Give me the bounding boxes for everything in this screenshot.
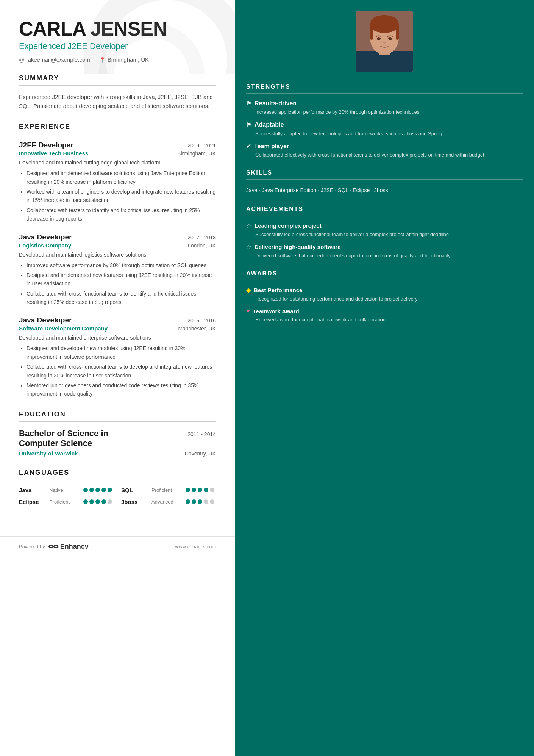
award-desc-2: Received award for exceptional teamwork … — [246, 316, 523, 324]
bullet-2-3: Collaborated with cross-functional teams… — [27, 290, 216, 307]
footer-website: www.enhancv.com — [175, 544, 216, 549]
dot — [198, 499, 202, 504]
job-location-2: London, UK — [188, 243, 216, 249]
strength-name-1: Results-driven — [255, 100, 297, 107]
job-company-3: Software Development Company — [19, 325, 108, 332]
best-performance-icon: ◆ — [246, 286, 251, 294]
achievement-item-2: ☆ Delivering high-quality software Deliv… — [246, 243, 523, 260]
job-bullets-2: Improved software performance by 30% thr… — [19, 261, 216, 307]
achievement-name-2: Delivering high-quality software — [255, 244, 341, 250]
dot — [108, 499, 112, 504]
brand-name: Enhancv — [60, 543, 89, 551]
bullet-3-3: Mentored junior developers and conducted… — [27, 381, 216, 398]
right-content: STRENGTHS ⚑ Results-driven Increased app… — [235, 80, 534, 349]
lang-item-sql: SQL Proficient — [121, 487, 216, 493]
achievement-name-1: Leading complex project — [255, 222, 322, 229]
awards-divider — [246, 280, 523, 280]
left-content: SUMMARY Experienced J2EE developer with … — [0, 74, 235, 536]
award-name-1: Best Performance — [254, 287, 302, 293]
bullet-3-1: Designed and developed new modules using… — [27, 344, 216, 361]
strength-item-3: ✔ Team player Collaborated effectively w… — [246, 142, 523, 159]
dot — [101, 499, 106, 504]
achievement-header-1: ☆ Leading complex project — [246, 222, 523, 229]
award-header-2: ♥ Teamwork Award — [246, 308, 523, 315]
languages-grid: Java Native SQL — [19, 487, 216, 505]
lang-level-eclipse: Proficient — [49, 499, 80, 505]
svg-point-7 — [371, 15, 398, 29]
dot — [204, 499, 208, 504]
dot — [95, 488, 100, 492]
dot — [83, 488, 88, 492]
candidate-name: CARLA JENSEN — [19, 18, 216, 40]
job-dates-3: 2015 - 2016 — [187, 318, 216, 324]
lang-level-java: Native — [49, 487, 80, 493]
achievement-desc-2: Delivered software that exceeded client'… — [246, 252, 523, 260]
strength-item-2: ⚑ Adaptable Successfully adapted to new … — [246, 121, 523, 138]
dot — [186, 499, 190, 504]
award-item-1: ◆ Best Performance Recognized for outsta… — [246, 286, 523, 303]
education-divider — [19, 421, 216, 422]
job-entry-3: Java Developer 2015 - 2016 Software Deve… — [19, 316, 216, 398]
summary-section: SUMMARY Experienced J2EE developer with … — [19, 74, 216, 111]
experience-section: EXPERIENCE J2EE Developer 2019 - 2021 In… — [19, 123, 216, 398]
award-desc-1: Recognized for outstanding performance a… — [246, 295, 523, 303]
skills-title: SKILLS — [246, 169, 523, 176]
summary-title: SUMMARY — [19, 74, 216, 82]
strength-header-3: ✔ Team player — [246, 142, 523, 150]
lang-item-jboss: Jboss Advanced — [121, 499, 216, 505]
results-driven-icon: ⚑ — [246, 100, 251, 107]
dot — [210, 488, 214, 492]
achievement-star-icon-1: ☆ — [246, 222, 251, 229]
bullet-2-1: Improved software performance by 30% thr… — [27, 261, 216, 269]
lang-dots-jboss — [186, 499, 214, 504]
job-desc-2: Developed and maintained logistics softw… — [19, 251, 216, 259]
enhancv-logo: Enhancv — [48, 543, 89, 551]
job-entry-1: J2EE Developer 2019 - 2021 Innovative Te… — [19, 141, 216, 223]
edu-dates-1: 2011 - 2014 — [187, 431, 216, 437]
job-entry-2: Java Developer 2017 - 2018 Logistics Com… — [19, 233, 216, 307]
experience-divider — [19, 134, 216, 134]
dot — [89, 488, 94, 492]
languages-divider — [19, 480, 216, 480]
logo-icon — [48, 543, 59, 550]
job-title-3: Java Developer — [19, 316, 72, 324]
lang-name-jboss: Jboss — [121, 499, 148, 505]
lang-item-java: Java Native — [19, 487, 114, 493]
summary-text: Experienced J2EE developer with strong s… — [19, 92, 216, 111]
svg-point-8 — [377, 37, 381, 40]
job-header-3: Java Developer 2015 - 2016 — [19, 316, 216, 324]
header-section: CARLA JENSEN Experienced J2EE Developer … — [0, 0, 235, 74]
job-company-row-3: Software Development Company Manchester,… — [19, 325, 216, 332]
lang-dots-eclipse — [83, 499, 112, 504]
skills-divider — [246, 179, 523, 180]
dot — [95, 499, 100, 504]
lang-item-eclipse: Eclipse Proficient — [19, 499, 114, 505]
experience-title: EXPERIENCE — [19, 123, 216, 131]
awards-section: AWARDS ◆ Best Performance Recognized for… — [246, 270, 523, 324]
lang-level-sql: Proficient — [151, 487, 182, 493]
achievements-title: ACHIEVEMENTS — [246, 206, 523, 213]
dot — [108, 488, 112, 492]
bullet-2-2: Designed and implemented new features us… — [27, 271, 216, 288]
job-header-1: J2EE Developer 2019 - 2021 — [19, 141, 216, 149]
job-bullets-3: Designed and developed new modules using… — [19, 344, 216, 398]
location-text: Birmingham, UK — [108, 56, 149, 63]
resume-wrapper: CARLA JENSEN Experienced J2EE Developer … — [0, 0, 534, 756]
achievements-section: ACHIEVEMENTS ☆ Leading complex project S… — [246, 206, 523, 260]
dot — [192, 499, 196, 504]
edu-entry-1: Bachelor of Science in Computer Science … — [19, 429, 216, 457]
job-company-row-1: Innovative Tech Business Birmingham, UK — [19, 150, 216, 157]
strength-desc-1: Increased application performance by 20%… — [246, 108, 523, 116]
job-location-3: Manchester, UK — [178, 326, 216, 332]
svg-rect-6 — [396, 25, 399, 40]
achievement-item-1: ☆ Leading complex project Successfully l… — [246, 222, 523, 238]
lang-dots-sql — [186, 488, 214, 492]
job-header-2: Java Developer 2017 - 2018 — [19, 233, 216, 241]
achievement-header-2: ☆ Delivering high-quality software — [246, 243, 523, 250]
job-company-1: Innovative Tech Business — [19, 150, 88, 157]
awards-title: AWARDS — [246, 270, 523, 277]
strength-item-1: ⚑ Results-driven Increased application p… — [246, 100, 523, 116]
edu-location-1: Coventry, UK — [185, 451, 216, 457]
skills-section: SKILLS Java · Java Enterprise Edition · … — [246, 169, 523, 195]
contact-row: @ fakeemail@example.com 📍 Birmingham, UK — [19, 56, 216, 63]
